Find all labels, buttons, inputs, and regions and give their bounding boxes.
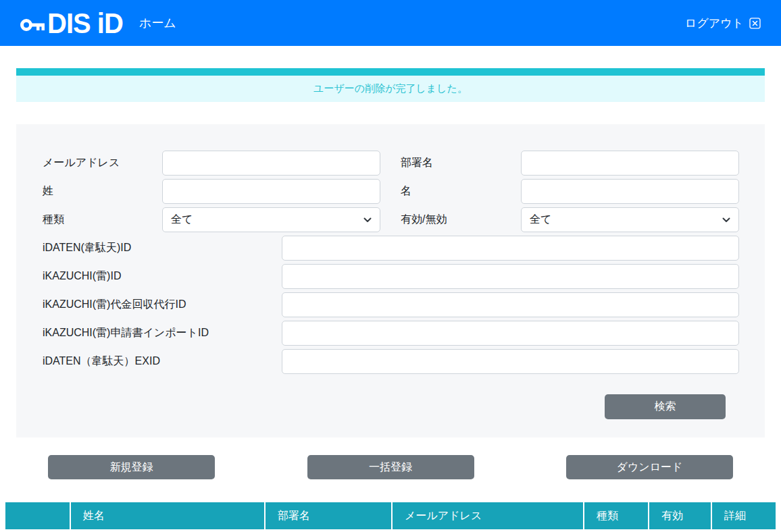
logout-label: ログアウト — [685, 16, 744, 31]
col-select-header — [5, 502, 70, 529]
email-input[interactable] — [162, 151, 380, 176]
ikazuchi-import-id-input[interactable] — [282, 321, 739, 346]
first-name-input[interactable] — [521, 179, 739, 204]
search-button[interactable]: 検索 — [605, 394, 726, 419]
table-row — [5, 529, 776, 532]
ikazuchi-id-input[interactable] — [282, 264, 739, 289]
app-header: DIS iD ホーム ログアウト — [0, 0, 781, 46]
notification-strip — [16, 68, 765, 76]
logout-icon — [749, 18, 761, 29]
ikazuchi-collect-id-input[interactable] — [282, 292, 739, 317]
idaten-id-label: iDATEN(韋駄天)ID — [43, 241, 282, 255]
idaten-exid-input[interactable] — [282, 349, 739, 374]
department-input[interactable] — [521, 151, 739, 176]
download-button[interactable]: ダウンロード — [566, 455, 733, 479]
ikazuchi-import-id-label: iKAZUCHI(雷)申請書インポートID — [43, 326, 282, 340]
action-buttons: 新規登録 一括登録 ダウンロード — [0, 455, 781, 479]
status-select[interactable]: 全て — [521, 207, 739, 232]
status-label: 有効/無効 — [401, 213, 521, 227]
new-registration-button[interactable]: 新規登録 — [48, 455, 215, 479]
last-name-label: 姓 — [43, 184, 162, 198]
ikazuchi-id-label: iKAZUCHI(雷)ID — [43, 269, 282, 284]
search-panel: メールアドレス 部署名 姓 名 種類 全て 有効/無効 全て iDATEN(韋駄… — [16, 124, 765, 437]
status-select-value: 全て — [530, 213, 551, 227]
last-name-input[interactable] — [162, 179, 380, 204]
chevron-down-icon — [363, 217, 372, 223]
user-table: 姓名 部署名 メールアドレス 種類 有効 詳細 — [5, 502, 776, 532]
col-department-header: 部署名 — [264, 502, 391, 529]
col-name-header: 姓名 — [70, 502, 264, 529]
ikazuchi-collect-id-label: iKAZUCHI(雷)代金回収代行ID — [43, 298, 282, 312]
logout-link[interactable]: ログアウト — [685, 16, 761, 31]
col-valid-header: 有効 — [648, 502, 711, 529]
user-table-header: 姓名 部署名 メールアドレス 種類 有効 詳細 — [5, 502, 776, 529]
chevron-down-icon — [722, 217, 730, 223]
email-label: メールアドレス — [43, 156, 162, 170]
col-detail-header: 詳細 — [711, 502, 776, 529]
first-name-label: 名 — [401, 184, 521, 198]
idaten-id-input[interactable] — [282, 236, 739, 261]
type-label: 種類 — [43, 213, 162, 227]
department-label: 部署名 — [401, 156, 521, 170]
logo-text: DIS iD — [47, 8, 123, 37]
col-type-header: 種類 — [583, 502, 648, 529]
notification-banner: ユーザーの削除が完了しました。 — [16, 68, 765, 102]
notification-message: ユーザーの削除が完了しました。 — [313, 82, 468, 95]
app-logo[interactable]: DIS iD — [19, 7, 123, 38]
idaten-exid-label: iDATEN（韋駄天）EXID — [43, 354, 282, 369]
col-email-header: メールアドレス — [391, 502, 583, 529]
type-select-value: 全て — [171, 213, 193, 227]
bulk-registration-button[interactable]: 一括登録 — [307, 455, 474, 479]
key-icon — [19, 7, 46, 38]
type-select[interactable]: 全て — [162, 207, 380, 232]
nav-home[interactable]: ホーム — [139, 15, 176, 31]
